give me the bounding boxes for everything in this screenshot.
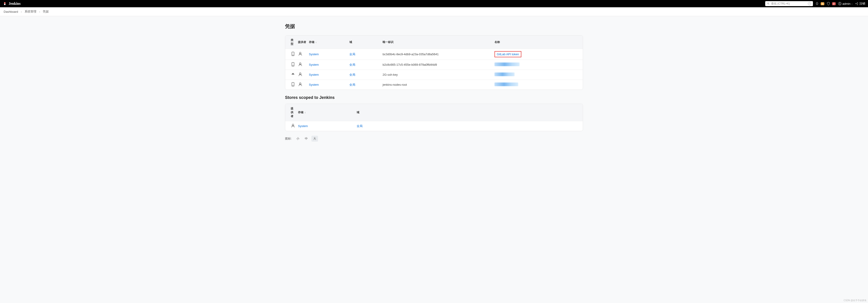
provider-icon [298,72,303,77]
main-content: 凭据 类型 提供者 存储 ↓ 域 唯一标识 名称 System全局bc3d0b4… [285,16,583,146]
page-title: 凭据 [285,23,583,30]
svg-rect-10 [299,54,301,54]
col-store[interactable]: 存储 ↓ [297,104,355,121]
logout-link[interactable]: 注销 [855,2,865,6]
table-row: System全局bc3d0b4c-8ec9-4db9-a23a-035a7d8a… [285,49,583,60]
col-name[interactable]: 名称 [493,35,583,49]
svg-rect-16 [299,74,301,75]
cred-fingerprint-icon [291,72,295,77]
col-type[interactable]: 类型 [285,35,297,49]
help-icon[interactable]: ? [808,2,811,5]
svg-point-19 [300,83,301,84]
breadcrumb-item[interactable]: 系统管理 [25,9,36,14]
table-row: System全局jenkins-nodes-root [285,80,583,90]
breadcrumb: Dashboard › 系统管理 › 凭据 [0,7,868,16]
col-store[interactable]: 存储 ↓ [308,35,348,49]
table-row: System全局 [285,121,583,131]
svg-line-4 [769,4,770,5]
cred-token-icon [291,52,295,56]
svg-point-21 [292,124,294,126]
search-input[interactable] [771,2,807,5]
notification-bell-icon[interactable] [815,2,819,5]
jenkins-logo-icon[interactable] [3,2,7,6]
svg-point-13 [300,63,301,64]
credential-name-link[interactable]: GitLab API token [497,53,519,56]
table-row: System全局b2c8c665-17c5-455e-b069-879a0ffd… [285,60,583,70]
iconsize-label: 图标: [285,137,292,141]
col-id[interactable]: 唯一标识 [381,35,493,49]
cred-token-icon [291,82,295,87]
col-provider[interactable]: 提供者 [285,104,297,121]
store-link[interactable]: System [309,83,319,87]
provider-icon [298,82,303,87]
svg-point-15 [300,73,301,74]
svg-rect-1 [4,4,5,5]
svg-rect-22 [292,126,294,126]
svg-point-3 [768,3,769,4]
sort-down-icon: ↓ [315,41,317,43]
provider-icon [298,62,303,67]
domain-link[interactable]: 全局 [356,124,363,128]
brand-label[interactable]: Jenkins [9,2,21,6]
credential-id: 2G-ssh-key [381,70,493,80]
svg-rect-14 [299,64,301,65]
redacted-name[interactable] [495,72,515,76]
provider-icon [291,124,295,128]
username-label: admin [842,2,850,5]
stores-table-panel: 提供者 存储 ↓ 域 System全局 [285,104,583,131]
domain-link[interactable]: 全局 [349,73,355,76]
svg-point-2 [5,2,5,3]
notification-badge[interactable]: 1 [821,2,824,5]
col-provider[interactable]: 提供者 [297,35,308,49]
provider-icon [298,52,303,56]
breadcrumb-item[interactable]: Dashboard [4,10,18,13]
stores-table: 提供者 存储 ↓ 域 System全局 [285,104,583,131]
redacted-name[interactable] [495,82,518,86]
top-header: Jenkins ? 1 2 admin ⌵ 注销 [0,0,868,7]
user-icon [838,2,842,5]
sort-down-icon: ↓ [305,111,306,114]
table-row: System全局2G-ssh-key [285,70,583,80]
credentials-table-panel: 类型 提供者 存储 ↓ 域 唯一标识 名称 System全局bc3d0b4c-8… [285,35,583,90]
size-medium-button[interactable]: 中 [303,136,310,142]
svg-rect-20 [299,84,301,85]
search-icon [767,2,770,5]
logout-icon [855,2,859,5]
domain-link[interactable]: 全局 [349,63,355,66]
credential-id: bc3d0b4c-8ec9-4db9-a23a-035a7d8a5641 [381,49,493,60]
svg-point-6 [839,3,840,4]
alert-badge[interactable]: 2 [832,2,836,5]
search-box[interactable]: ? [765,1,813,6]
svg-point-12 [293,65,293,66]
header-right: ? 1 2 admin ⌵ 注销 [765,1,865,6]
credentials-table: 类型 提供者 存储 ↓ 域 唯一标识 名称 System全局bc3d0b4c-8… [285,35,583,90]
chevron-right-icon: › [39,10,40,13]
domain-link[interactable]: 全局 [349,53,355,56]
svg-point-9 [300,52,301,54]
store-link[interactable]: System [309,73,319,76]
credential-id: b2c8c665-17c5-455e-b069-879a0ffd44d9 [381,60,493,70]
redacted-name[interactable] [495,63,520,66]
size-small-button[interactable]: 小 [294,136,301,142]
col-domain[interactable]: 域 [355,104,583,121]
credential-id: jenkins-nodes-root [381,80,493,90]
size-large-button[interactable]: 大 [311,136,318,142]
section-title: Stores scoped to Jenkins [285,95,583,100]
user-menu[interactable]: admin ⌵ [838,2,852,5]
store-link[interactable]: System [298,124,308,128]
store-link[interactable]: System [309,63,319,66]
svg-point-18 [293,85,293,86]
store-link[interactable]: System [309,53,319,56]
svg-point-8 [293,55,293,55]
shield-alert-icon[interactable] [827,2,830,5]
domain-link[interactable]: 全局 [349,83,355,87]
icon-size-selector: 图标: 小 中 大 [285,136,583,142]
col-domain[interactable]: 域 [348,35,381,49]
header-left: Jenkins [3,2,21,6]
chevron-down-icon: ⌵ [851,2,852,5]
cred-token-icon [291,62,295,67]
logout-label: 注销 [859,2,865,6]
chevron-right-icon: › [21,10,22,13]
breadcrumb-item[interactable]: 凭据 [43,9,49,14]
